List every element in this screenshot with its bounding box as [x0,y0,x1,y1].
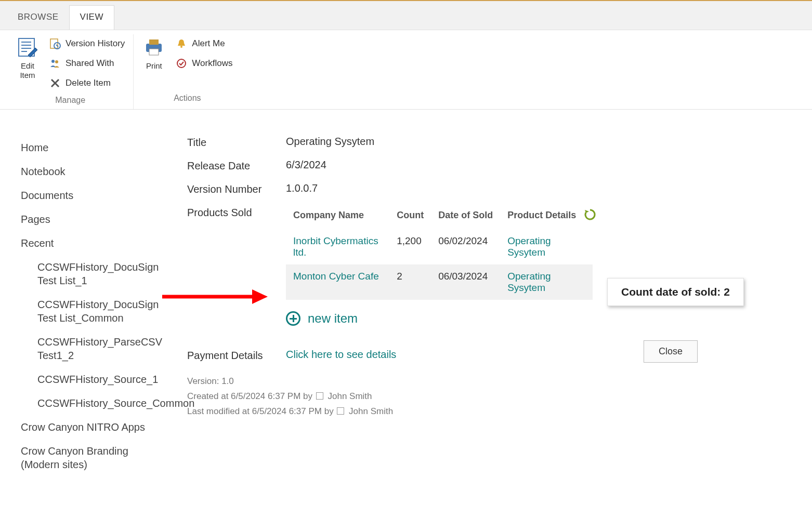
nav-pages[interactable]: Pages [21,207,156,231]
plus-icon [286,311,300,326]
svg-rect-13 [149,39,159,45]
payment-details-label: Payment Details [187,349,286,362]
nav-nitro-apps[interactable]: Crow Canyon NITRO Apps [21,415,156,439]
svg-point-16 [177,59,186,68]
shared-with-label: Shared With [66,58,114,69]
details-link[interactable]: Operating Sysytem [507,271,551,293]
ribbon-group-actions-label: Actions [139,89,235,105]
payment-details-link[interactable]: Click here to see details [286,349,396,362]
nav-notebook[interactable]: Notebook [21,160,156,183]
version-number-value: 1.0.0.7 [286,182,318,195]
body-area: Home Notebook Documents Pages Recent CCS… [0,110,812,476]
alert-me-button[interactable]: Alert Me [172,35,235,52]
alert-me-label: Alert Me [192,38,225,49]
col-company[interactable]: Company Name [286,206,389,229]
col-count[interactable]: Count [389,206,431,229]
delete-item-label: Delete Item [66,78,111,88]
products-table: Company Name Count Date of Sold Product … [286,206,593,300]
table-row: Inorbit Cybermatics ltd. 1,200 06/02/202… [286,229,593,264]
nav-recent-item[interactable]: CCSWFHistory_DocuSign Test List_1 [37,255,156,293]
shared-with-icon [49,57,61,70]
new-item-label: new item [308,311,358,326]
count-cell: 1,200 [389,229,431,264]
close-button[interactable]: Close [644,340,698,363]
ribbon: Edit Item Version History [0,30,812,110]
title-value: Operating Sysytem [286,136,374,149]
ribbon-group-actions: Print Alert Me [134,34,241,109]
delete-icon [49,77,61,89]
print-button[interactable]: Print [139,34,169,72]
svg-rect-14 [149,49,159,55]
nav-branding[interactable]: Crow Canyon Branding (Modern sites) [21,439,156,476]
modified-user[interactable]: John Smith [349,406,393,416]
ribbon-group-manage: Edit Item Version History [7,34,134,109]
ribbon-group-manage-label: Manage [12,91,128,107]
edit-item-icon [16,35,40,59]
workflows-icon [175,57,188,70]
user-presence-icon [316,392,323,400]
version-history-icon [49,37,61,50]
nav-documents[interactable]: Documents [21,183,156,207]
refresh-icon[interactable] [583,208,597,223]
content-area: Title Operating Sysytem Release Date 6/3… [166,120,812,476]
release-date-label: Release Date [187,159,286,172]
version-line: Version: 1.0 [187,374,791,389]
company-link[interactable]: Monton Cyber Cafe [293,271,379,282]
edit-item-label: Edit Item [20,61,35,80]
col-details[interactable]: Product Details [500,206,593,229]
nav-recent-item[interactable]: CCSWFHistory_ParseCSV Test1_2 [37,330,156,367]
date-cell: 06/03/2024 [431,264,500,300]
created-line: Created at 6/5/2024 6:37 PM by John Smit… [187,389,791,404]
version-number-label: Version Number [187,182,286,195]
tab-browse[interactable]: BROWSE [7,6,69,30]
left-nav: Home Notebook Documents Pages Recent CCS… [0,120,166,476]
products-sold-label: Products Sold [187,206,286,219]
nav-recent-item[interactable]: CCSWFHistory_Source_Common [37,391,156,415]
modified-line: Last modified at 6/5/2024 6:37 PM by Joh… [187,404,791,419]
bell-icon [175,37,188,50]
delete-item-button[interactable]: Delete Item [46,75,128,91]
nav-home[interactable]: Home [21,136,156,160]
tabs-bar: BROWSE VIEW [0,1,812,30]
products-table-wrap: Company Name Count Date of Sold Product … [286,206,593,326]
tab-view[interactable]: VIEW [69,5,114,30]
col-date[interactable]: Date of Sold [431,206,500,229]
company-link[interactable]: Inorbit Cybermatics ltd. [293,235,378,258]
svg-point-9 [55,60,58,63]
edit-item-button[interactable]: Edit Item [12,34,43,81]
print-icon [142,35,166,59]
nav-recent-item[interactable]: CCSWFHistory_DocuSign Test List_Common [37,293,156,330]
count-date-of-sold-box: Count date of sold: 2 [607,278,744,306]
window: BROWSE VIEW [0,0,812,531]
table-row: Monton Cyber Cafe 2 06/03/2024 Operating… [286,264,593,300]
date-cell: 06/02/2024 [431,229,500,264]
release-date-value: 6/3/2024 [286,159,326,172]
workflows-label: Workflows [192,58,232,69]
new-item-button[interactable]: new item [286,311,593,326]
details-link[interactable]: Operating Sysytem [507,235,551,258]
version-history-button[interactable]: Version History [46,35,128,52]
annotation-arrow [161,286,270,307]
user-presence-icon [337,407,344,415]
shared-with-button[interactable]: Shared With [46,55,128,72]
title-label: Title [187,136,286,149]
version-meta: Version: 1.0 Created at 6/5/2024 6:37 PM… [187,374,791,419]
created-user[interactable]: John Smith [328,391,372,401]
workflows-button[interactable]: Workflows [172,55,235,72]
nav-recent[interactable]: Recent [21,231,156,255]
svg-point-15 [180,46,182,48]
version-history-label: Version History [66,38,125,49]
count-cell: 2 [389,264,431,300]
svg-point-8 [51,60,55,63]
print-label: Print [146,61,162,71]
nav-recent-item[interactable]: CCSWFHistory_Source_1 [37,367,156,391]
svg-marker-18 [252,289,268,304]
